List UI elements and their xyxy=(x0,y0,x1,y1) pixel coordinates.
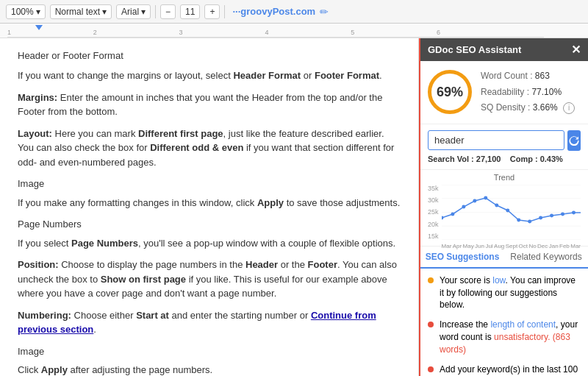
seo-tabs: SEO Suggestions Related Keywords xyxy=(420,246,588,269)
zoom-value: 100% xyxy=(11,7,34,17)
suggestion-2: Increase the length of content, your wor… xyxy=(428,319,581,355)
font-value: Arial xyxy=(121,7,139,17)
font-selector[interactable]: Arial ▾ xyxy=(116,4,151,19)
doc-para-5: If you select Page Numbers, you'll see a… xyxy=(18,236,401,251)
comp-label: Comp : xyxy=(510,155,538,163)
doc-para-1: If you want to change the margins or lay… xyxy=(18,68,401,83)
svg-point-9 xyxy=(484,196,487,199)
doc-title: Header or Footer Format xyxy=(18,50,401,61)
word-count-row: Word Count : 863 xyxy=(481,68,575,85)
font-size-increase[interactable]: + xyxy=(204,4,220,19)
sq-density-value: 3.66% xyxy=(533,102,558,113)
svg-point-11 xyxy=(506,208,509,212)
doc-page-numbers-title: Page Numbers xyxy=(18,217,401,232)
suggestion-3-text: Add your keyword(s) in the last 100 word… xyxy=(440,363,581,376)
seo-suggestions-list: Your score is low. You can improve it by… xyxy=(420,269,588,376)
main-area: Header or Footer Format If you want to c… xyxy=(0,38,588,376)
chart-section: Trend 35k 30k 25k 20k 15k xyxy=(420,170,588,246)
search-meta: Search Vol : 27,100 Comp : 0.43% xyxy=(428,155,581,163)
doc-para-6: Position: Choose to display the page num… xyxy=(18,258,401,301)
readability-label: Readability : xyxy=(481,87,529,97)
style-selector[interactable]: Normal text ▾ xyxy=(50,4,112,19)
doc-para-2: Margins: Enter the amount in inches that… xyxy=(18,91,401,119)
suggestion-1: Your score is low. You can improve it by… xyxy=(428,274,581,311)
readability-value: 77.10% xyxy=(531,87,562,97)
svg-point-6 xyxy=(451,212,454,216)
search-vol-value: 27,100 xyxy=(476,155,501,163)
suggestion-3: Add your keyword(s) in the last 100 word… xyxy=(428,363,581,376)
svg-point-12 xyxy=(517,218,520,221)
svg-point-15 xyxy=(550,213,553,217)
tab-seo-suggestions[interactable]: SEO Suggestions xyxy=(420,246,504,269)
svg-point-8 xyxy=(473,199,476,202)
style-chevron: ▾ xyxy=(102,7,107,17)
doc-image-1: Image xyxy=(18,177,401,191)
word-count-value: 863 xyxy=(535,71,550,81)
svg-point-5 xyxy=(442,216,443,219)
doc-para-7: Numbering: Choose either Start at and en… xyxy=(18,308,401,337)
tab-related-keywords[interactable]: Related Keywords xyxy=(504,246,588,267)
dot-red-1 xyxy=(428,322,434,327)
comp-value: 0.43% xyxy=(540,155,563,163)
separator-1 xyxy=(155,5,156,18)
seo-panel-title: GDoc SEO Assistant xyxy=(428,44,521,55)
word-count-label: Word Count : xyxy=(481,71,532,81)
seo-panel-header: GDoc SEO Assistant ✕ xyxy=(420,38,588,61)
doc-image-2: Image xyxy=(18,344,401,359)
score-circle: 69% xyxy=(428,70,472,114)
search-input[interactable] xyxy=(428,130,564,150)
info-icon[interactable]: i xyxy=(563,102,575,114)
svg-point-10 xyxy=(495,203,498,207)
score-value: 69% xyxy=(437,85,463,100)
zoom-chevron: ▾ xyxy=(36,7,40,17)
separator-2 xyxy=(224,5,225,18)
search-row xyxy=(428,130,581,151)
search-vol-label: Search Vol : xyxy=(428,155,474,163)
search-section: Search Vol : 27,100 Comp : 0.43% xyxy=(420,124,588,170)
svg-point-14 xyxy=(539,216,542,219)
svg-point-16 xyxy=(561,212,564,216)
trend-chart xyxy=(442,185,581,240)
score-section: 69% Word Count : 863 Readability : 77.10… xyxy=(420,61,588,124)
close-icon[interactable]: ✕ xyxy=(571,43,581,57)
svg-point-13 xyxy=(528,219,531,223)
suggestion-1-text: Your score is low. You can improve it by… xyxy=(440,274,581,311)
dot-yellow xyxy=(428,277,434,283)
site-name: ···groovyPost.com xyxy=(232,6,315,17)
doc-para-8: Click Apply after adjusting the page num… xyxy=(18,363,401,376)
edit-icon[interactable]: ✏ xyxy=(320,6,329,18)
font-size-value[interactable]: 11 xyxy=(180,4,200,19)
doc-para-4: If you make any formatting changes in th… xyxy=(18,196,401,210)
chart-x-labels: MarAprMayJunJulAugSeptOctNoDecJanFebMar xyxy=(442,243,581,249)
sq-density-row: SQ Density : 3.66% i xyxy=(481,100,575,116)
zoom-selector[interactable]: 100% ▾ xyxy=(6,4,46,19)
style-value: Normal text xyxy=(55,7,100,17)
dot-red-2 xyxy=(428,366,434,372)
ruler: 1 2 3 4 5 6 xyxy=(0,24,588,38)
toolbar: 100% ▾ Normal text ▾ Arial ▾ − 11 + ···g… xyxy=(0,0,588,24)
search-button[interactable] xyxy=(567,130,581,151)
readability-row: Readability : 77.10% xyxy=(481,85,575,101)
score-stats: Word Count : 863 Readability : 77.10% SQ… xyxy=(481,68,575,116)
refresh-icon xyxy=(569,135,579,146)
svg-point-7 xyxy=(462,205,465,208)
font-size-decrease[interactable]: − xyxy=(160,4,176,19)
document-area: Header or Footer Format If you want to c… xyxy=(0,38,419,376)
seo-panel: GDoc SEO Assistant ✕ 69% Word Count : 86… xyxy=(419,38,588,376)
sq-density-label: SQ Density : xyxy=(481,102,530,113)
suggestion-2-text: Increase the length of content, your wor… xyxy=(440,319,581,355)
svg-point-17 xyxy=(572,210,576,214)
doc-para-3: Layout: Here you can mark Different firs… xyxy=(18,127,401,170)
chart-area: MarAprMayJunJulAugSeptOctNoDecJanFebMar xyxy=(442,185,581,240)
chart-title: Trend xyxy=(428,173,581,182)
chart-y-axis: 35k 30k 25k 20k 15k xyxy=(428,185,440,240)
font-chevron: ▾ xyxy=(141,7,146,17)
